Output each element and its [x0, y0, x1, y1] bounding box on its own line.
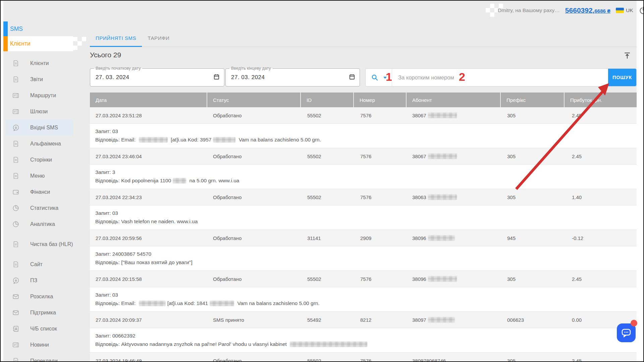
redacted-text — [428, 235, 455, 241]
document-icon — [12, 357, 20, 362]
redacted-text — [139, 137, 168, 142]
pixel-decoration — [73, 37, 77, 41]
sms-detail-row: Запит: 00662392Відповідь: Aktyvovano nad… — [90, 328, 637, 353]
user-greeting: Dmitry, на Вашому раху… — [498, 7, 560, 13]
sidebar-item[interactable]: Ч/Б список — [6, 321, 73, 337]
sidebar-item-label: Клієнти — [30, 59, 49, 67]
document-icon — [12, 260, 20, 268]
annotation-number-1: 1 — [386, 70, 392, 83]
sidebar-item[interactable]: Сторінки — [6, 152, 73, 168]
topbar: Dmitry, на Вашому раху… 5660392,6686 ₴ U… — [498, 4, 644, 17]
cell: Обработано — [207, 107, 301, 123]
sidebar-item[interactable]: ПЗ — [6, 273, 73, 289]
table-row[interactable]: 27.03.2024 19:46:49Обработано55502757638… — [90, 353, 637, 362]
section-accent-bar — [3, 36, 8, 51]
sidebar-item-label: Підтримка — [30, 309, 56, 317]
sidebar-item[interactable]: Переклади — [6, 353, 73, 362]
search-button[interactable]: ПОШУК — [608, 69, 636, 86]
app-window: Dmitry, на Вашому раху… 5660392,6686 ₴ U… — [0, 0, 644, 362]
logout-button[interactable] — [639, 6, 644, 15]
export-button[interactable] — [623, 52, 631, 61]
sidebar-section-clients[interactable]: Клієнти — [3, 36, 73, 51]
balance-link[interactable]: 5660392,6686 ₴ — [565, 6, 610, 14]
cell: 945 — [501, 230, 565, 246]
redacted-text — [428, 113, 457, 118]
sms-detail-row: Запит: 03Відповідь: Vash telefon ne naid… — [90, 205, 637, 230]
balance-integer: 5660392, — [565, 6, 595, 14]
table-row[interactable]: 27.03.2024 20:09:37SMS принято5549282123… — [90, 312, 637, 328]
cell: 27.03.2024 23:46:04 — [90, 148, 207, 164]
sidebar-item[interactable]: Підтримка — [6, 305, 73, 321]
redacted-text — [173, 178, 186, 183]
sidebar-item[interactable]: Фінанси — [6, 184, 73, 200]
abonent-cell: 38097 — [407, 312, 501, 328]
cell: 55502 — [301, 189, 354, 205]
sidebar-item[interactable]: Звіти — [6, 71, 73, 87]
cell: 2.45 — [565, 148, 637, 164]
date-to-field[interactable]: Введіть кінцеву дату 27. 03. 2024 — [225, 68, 360, 86]
document-icon — [12, 172, 20, 180]
column-header: Абонент — [407, 93, 501, 107]
card-icon — [12, 108, 20, 116]
sidebar-item-label: Сайт — [30, 260, 43, 268]
cell: 55502 — [301, 107, 354, 123]
request-line: Запит: 03 — [95, 127, 631, 135]
cell: Обработано — [207, 271, 301, 287]
sms-detail-row: Запит: 3Відповідь: Kod popolnenija 1100 … — [90, 165, 637, 189]
sidebar-item-label: Чистка баз (HLR) — [30, 240, 73, 248]
sidebar-item[interactable]: Новини — [6, 337, 73, 353]
sidebar-item[interactable]: Шлюзи — [6, 104, 73, 120]
date-from-field[interactable]: Введіть початкову дату 27. 03. 2024 — [90, 68, 224, 86]
response-line: Відповідь: Vash telefon ne naiden. www.i… — [95, 217, 631, 226]
response-line: Відповідь: Aktyvovano nadannya znyzhok n… — [95, 340, 631, 348]
cell: 7576 — [354, 353, 407, 362]
sidebar-item[interactable]: Вхідні SMS — [6, 120, 73, 136]
sms-detail-row: Запит: 03Відповідь: Email: [at]i.ua Kod:… — [90, 287, 637, 312]
date-from-value: 27. 03. 2024 — [96, 74, 129, 81]
sidebar-item[interactable]: Розсилка — [6, 289, 73, 305]
language-switcher[interactable]: UK — [616, 7, 633, 13]
sidebar-item[interactable]: Сайт — [6, 256, 73, 273]
search-icon — [371, 74, 379, 83]
sidebar-item[interactable]: Клієнти — [6, 55, 73, 71]
pixel-decoration — [77, 41, 82, 46]
incoming-sms-icon — [12, 277, 20, 285]
cell: Обработано — [207, 230, 301, 246]
sidebar-item-label: Фінанси — [30, 188, 50, 196]
tabs: ПРИЙНЯТІ SMSТАРИФИ — [90, 29, 637, 47]
cell: 7576 — [354, 107, 407, 123]
table-row[interactable]: 27.03.2024 23:46:04Обработано55502757638… — [90, 148, 637, 165]
abonent-cell: 38067 — [407, 148, 501, 164]
cell: 2909 — [354, 230, 407, 246]
sidebar-item[interactable]: Меню — [6, 168, 73, 184]
table-row[interactable]: 27.03.2024 20:59:56Обработано31141290938… — [90, 230, 637, 246]
table-row[interactable]: 27.03.2024 20:15:58Обработано55502757638… — [90, 271, 637, 287]
cell: 27.03.2024 20:59:56 — [90, 230, 207, 246]
search-input[interactable] — [392, 69, 605, 86]
cell: 2.45 — [565, 107, 637, 123]
sidebar-item-label: Аналітика — [30, 220, 55, 228]
sidebar-item[interactable]: Альфаімена — [6, 136, 73, 152]
sidebar-item[interactable]: Маршрути — [6, 87, 73, 104]
tab-1[interactable]: ТАРИФИ — [142, 29, 175, 47]
sidebar-item[interactable]: Аналітика — [6, 216, 73, 232]
search-box: ПОШУК — [365, 68, 637, 86]
sidebar-item-label: Маршрути — [30, 92, 56, 100]
calendar-icon[interactable] — [213, 74, 220, 81]
calendar-icon[interactable] — [349, 74, 355, 81]
tab-0[interactable]: ПРИЙНЯТІ SMS — [90, 29, 142, 47]
sidebar-section-sms[interactable]: SMS — [3, 21, 73, 36]
balance-fraction: 6686 ₴ — [594, 8, 610, 14]
abonent-cell: 38067 — [407, 107, 501, 123]
table-row[interactable]: 27.03.2024 23:51:28Обработано55502757638… — [90, 107, 637, 124]
cell: 305 — [501, 148, 565, 164]
sidebar-item-label: ПЗ — [30, 277, 37, 285]
cell: 2.45 — [565, 271, 637, 287]
language-label: UK — [626, 7, 633, 13]
cell: 27.03.2024 20:15:58 — [90, 271, 207, 287]
sidebar-item[interactable]: Чистка баз (HLR) — [6, 232, 73, 256]
table-row[interactable]: 27.03.2024 22:34:23Обработано55502757638… — [90, 189, 637, 205]
sidebar-item[interactable]: Статистика — [6, 200, 73, 216]
document-icon — [12, 140, 20, 148]
sidebar-item-label: Вхідні SMS — [30, 124, 58, 132]
